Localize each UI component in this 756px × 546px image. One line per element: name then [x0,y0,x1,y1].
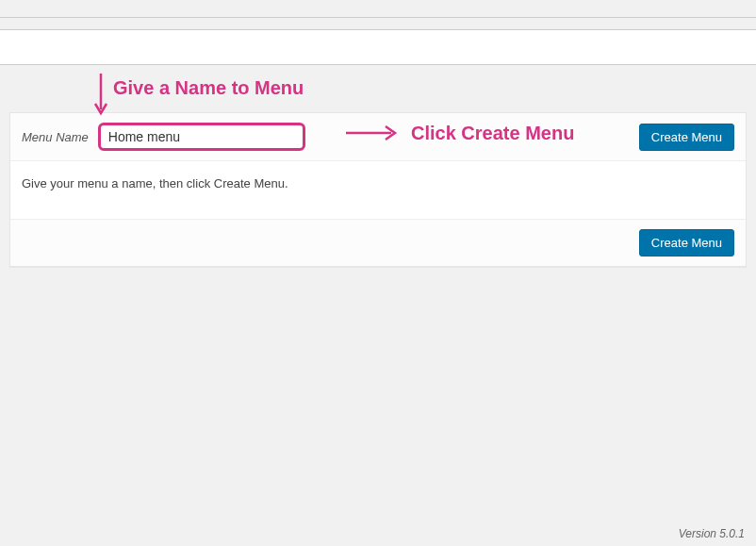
menu-form-row: Menu Name Create Menu [10,113,746,161]
panel-instructions: Give your menu a name, then click Create… [10,161,746,219]
create-menu-button-top[interactable]: Create Menu [639,124,734,151]
menu-name-input[interactable] [98,123,305,151]
create-menu-button-bottom[interactable]: Create Menu [639,229,734,256]
menu-name-label: Menu Name [22,130,89,144]
tab-bar [0,29,756,65]
menu-panel: Menu Name Create Menu Give your menu a n… [9,112,747,267]
top-divider [0,17,756,18]
annotation-give-name: Give a Name to Menu [113,77,304,99]
panel-footer: Create Menu [10,219,746,266]
version-text: Version 5.0.1 [679,527,745,540]
arrow-down-icon [91,72,110,117]
